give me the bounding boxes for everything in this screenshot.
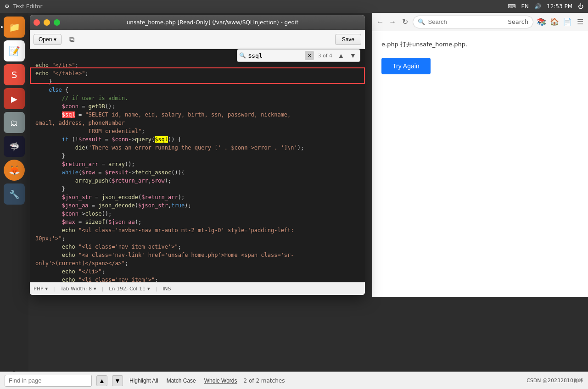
system-bar-left: ⚙ Text Editor: [5, 3, 42, 10]
lang-indicator[interactable]: EN: [521, 3, 529, 10]
system-bar: ⚙ Text Editor ⌨ EN 🔊 12:53 PM ⏻: [0, 0, 588, 13]
new-window-icon: ⧉: [69, 35, 74, 44]
find-next-button[interactable]: ▼: [112, 375, 123, 386]
browser-search-input[interactable]: [428, 18, 505, 25]
gedit-search-bar: 🔍 ✕ 3 of 4 ▲ ▼: [237, 49, 360, 62]
text-editor-icon: 📝: [9, 45, 20, 56]
csdn-credit: CSDN @20232810肖峰: [526, 377, 583, 384]
language-label: PHP: [34, 286, 44, 292]
ins-mode-label: INS: [162, 286, 171, 292]
dock-item-firefox[interactable]: 🦊: [4, 160, 25, 181]
volume-icon[interactable]: 🔊: [534, 3, 541, 10]
gedit-window: unsafe_home.php [Read-Only] (/var/www/SQ…: [30, 15, 365, 295]
settings-icon: S: [11, 69, 17, 80]
browser-panel: ← → ↻ 🔍 Search 📚 🏠 📄 ☰ e.php 打开unsafe_ho…: [372, 13, 588, 297]
gedit-code-area[interactable]: echo "</tr>"; echo "</table>"; } else { …: [30, 49, 365, 282]
browser-bookmarks-button[interactable]: 📚: [537, 16, 546, 28]
search-prev-button[interactable]: ▲: [336, 50, 346, 61]
gedit-search-icon: 🔍: [239, 52, 246, 59]
open-label: Open: [39, 36, 52, 43]
whole-words-button[interactable]: Whole Words: [202, 377, 239, 385]
browser-search-text: Search: [508, 18, 528, 25]
search-count: 3 of 4: [316, 53, 334, 59]
code-display: echo "</tr>"; echo "</table>"; } else { …: [30, 49, 365, 282]
browser-refresh-button[interactable]: ↻: [401, 16, 409, 28]
find-prev-button[interactable]: ▲: [96, 375, 107, 386]
terminal-icon: ▶: [11, 94, 17, 104]
gedit-toolbar: Open ▾ ⧉ Save: [30, 30, 365, 49]
gedit-statusbar: PHP ▾ | Tab Width: 8 ▾ | Ln 192, Col 11 …: [30, 282, 365, 295]
tab-width-label: Tab Width: 8: [61, 286, 92, 292]
browser-reader-button[interactable]: 📄: [563, 16, 572, 28]
dock-item-terminal[interactable]: ▶: [4, 88, 25, 109]
system-bar-title: Text Editor: [13, 3, 43, 10]
browser-error-text: e.php 打开unsafe_home.php.: [381, 40, 579, 49]
cursor-chevron-icon: ▾: [147, 286, 150, 292]
firefox-icon: 🦊: [9, 165, 20, 176]
status-language[interactable]: PHP ▾: [34, 286, 48, 292]
dock-item-tools[interactable]: 🔧: [4, 183, 25, 205]
browser-forward-button[interactable]: →: [388, 16, 397, 28]
find-input[interactable]: [5, 375, 92, 387]
window-minimize-button[interactable]: [44, 19, 50, 26]
match-case-button[interactable]: Match Case: [165, 377, 198, 385]
language-chevron-icon: ▾: [45, 286, 48, 292]
save-button[interactable]: Save: [335, 34, 361, 45]
status-sep1: |: [53, 286, 55, 292]
status-cursor[interactable]: Ln 192, Col 11 ▾: [109, 286, 150, 292]
dock-item-wireshark[interactable]: 🦈: [4, 136, 25, 157]
cursor-label: Ln 192, Col 11: [109, 286, 146, 292]
highlight-all-button[interactable]: Highlight All: [128, 377, 160, 385]
status-sep3: |: [155, 286, 157, 292]
find-bar: ▲ ▼ Highlight All Match Case Whole Words…: [0, 372, 588, 389]
files2-icon: 🗂: [10, 118, 18, 128]
try-again-button[interactable]: Try Again: [381, 58, 431, 74]
tools-icon: 🔧: [9, 189, 19, 199]
tab-width-chevron-icon: ▾: [94, 286, 96, 292]
dock: 📁 📝 S ▶ 🗂 🦈 🦊 🔧 🗑: [0, 13, 28, 389]
status-sep2: |: [102, 286, 104, 292]
window-maximize-button[interactable]: [54, 19, 60, 26]
system-bar-icon: ⚙: [5, 3, 10, 10]
open-chevron-icon: ▾: [54, 36, 56, 43]
new-window-button[interactable]: ⧉: [65, 33, 78, 46]
desktop: 📁 📝 S ▶ 🗂 🦈 🦊 🔧 🗑: [0, 13, 588, 389]
browser-content: e.php 打开unsafe_home.php. Try Again: [372, 31, 588, 297]
dock-item-files[interactable]: 📁: [4, 17, 25, 38]
search-next-button[interactable]: ▼: [348, 50, 358, 61]
find-matches: 2 of 2 matches: [244, 378, 285, 384]
browser-toolbar: ← → ↻ 🔍 Search 📚 🏠 📄 ☰: [372, 13, 588, 31]
clock: 12:53 PM: [547, 3, 572, 10]
system-bar-right: ⌨ EN 🔊 12:53 PM ⏻: [508, 3, 583, 10]
gedit-search-input[interactable]: [248, 52, 303, 59]
dock-item-files2[interactable]: 🗂: [4, 112, 25, 133]
wireshark-icon: 🦈: [9, 142, 19, 151]
files-icon: 📁: [9, 22, 20, 33]
dock-item-text-editor[interactable]: 📝: [4, 40, 25, 61]
window-close-button[interactable]: [34, 19, 40, 26]
dock-item-settings[interactable]: S: [4, 64, 25, 85]
power-icon[interactable]: ⏻: [578, 3, 583, 10]
browser-home-button[interactable]: 🏠: [550, 16, 559, 28]
search-clear-button[interactable]: ✕: [305, 51, 314, 60]
browser-menu-button[interactable]: ☰: [576, 16, 584, 28]
keyboard-icon[interactable]: ⌨: [508, 3, 515, 10]
open-button[interactable]: Open ▾: [34, 34, 62, 45]
browser-back-button[interactable]: ←: [376, 16, 385, 28]
gedit-titlebar: unsafe_home.php [Read-Only] (/var/www/SQ…: [30, 15, 365, 30]
gedit-title: unsafe_home.php [Read-Only] (/var/www/SQ…: [64, 19, 361, 26]
browser-address-bar[interactable]: 🔍 Search: [413, 16, 533, 28]
status-tab-width[interactable]: Tab Width: 8 ▾: [61, 286, 96, 292]
browser-search-icon: 🔍: [418, 18, 425, 25]
